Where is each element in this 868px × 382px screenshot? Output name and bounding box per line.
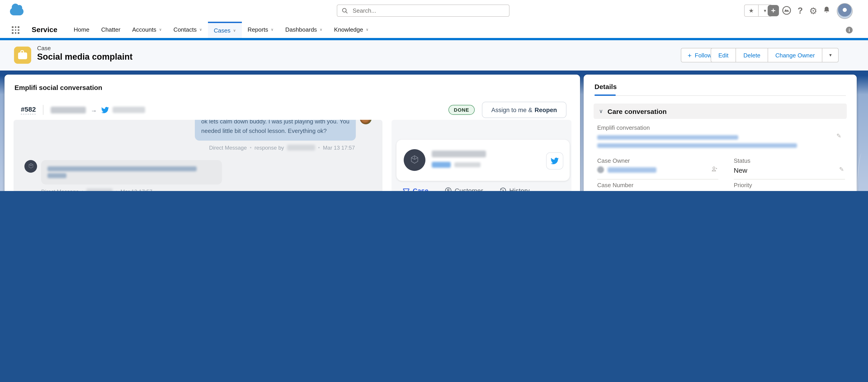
edit-button[interactable]: Edit <box>711 49 736 62</box>
redacted-customer-name <box>432 151 486 157</box>
person-icon <box>445 187 452 191</box>
redacted-customer-name <box>51 106 86 113</box>
history-clock-icon <box>499 187 506 191</box>
edit-pencil-icon[interactable]: ✎ <box>839 190 844 191</box>
page-title: Social media complaint <box>37 52 132 62</box>
star-icon[interactable]: ★ <box>745 5 758 16</box>
nav-tab-reports[interactable]: Reports∨ <box>242 22 279 38</box>
redacted-account-handle <box>113 107 145 113</box>
agent-avatar <box>360 120 372 124</box>
conversation-body: ok lets calm down buddy. I was just play… <box>13 120 571 191</box>
global-actions-button[interactable]: + <box>768 5 779 16</box>
redacted-customer-name <box>87 189 113 191</box>
field-status: Status New ✎ <box>734 155 845 180</box>
divider <box>43 105 43 115</box>
field-case-number: Case Number 00001151 <box>597 180 718 191</box>
app-navigation-bar: Service Home Chatter Accounts∨ Contacts∨… <box>0 22 868 38</box>
panel-title: Emplifi social conversation <box>14 84 102 91</box>
redacted-text <box>48 166 197 171</box>
change-owner-button[interactable]: Change Owner <box>768 49 822 62</box>
details-panel: Details ∨ Care conversation Emplifi conv… <box>584 74 857 191</box>
nav-tab-chatter[interactable]: Chatter <box>95 22 126 38</box>
message-bubble-redacted <box>41 160 222 184</box>
help-icon[interactable]: ? <box>794 5 806 16</box>
owner-avatar <box>597 166 604 173</box>
chevron-down-icon: ∨ <box>320 22 322 38</box>
conversation-side-panel: Case Customer History ASSIGNEE Unassign … <box>392 120 571 191</box>
details-field-grid: Case Owner Status New ✎ Case Number 0000… <box>597 155 845 191</box>
tab-history[interactable]: History <box>499 185 530 191</box>
record-header: Case Social media complaint + Follow Edi… <box>0 40 868 70</box>
message-meta: Direct Message Mar 13 17:57 <box>24 188 372 191</box>
twitter-icon <box>551 157 559 165</box>
edit-pencil-icon[interactable]: ✎ <box>839 166 844 173</box>
chevron-down-icon: ∨ <box>366 22 369 38</box>
message-bubble: ok lets calm down buddy. I was just play… <box>195 120 356 140</box>
section-care-conversation[interactable]: ∨ Care conversation <box>594 103 847 119</box>
side-panel-tabs: Case Customer History <box>403 185 566 191</box>
arrow-right-icon: → <box>91 106 97 114</box>
salesforce-logo <box>10 8 24 15</box>
field-emplifi-conversation: Emplifi conversation ✎ <box>597 124 845 154</box>
entity-label: Case <box>37 45 51 52</box>
ticket-icon <box>403 187 410 191</box>
setup-gear-icon[interactable]: ⚙ <box>807 5 819 16</box>
redacted-owner-name <box>608 167 656 172</box>
emplifi-conversation-panel: Emplifi social conversation #582 → DONE … <box>4 74 580 191</box>
brand-divider-bar <box>0 38 868 40</box>
search-input[interactable] <box>352 7 504 14</box>
redacted-text <box>48 173 66 178</box>
redacted-link <box>597 143 797 148</box>
global-header: ★ ▼ + ? ⚙ <box>0 0 868 22</box>
change-owner-icon[interactable] <box>711 166 717 174</box>
notifications-bell-icon[interactable] <box>820 5 832 16</box>
twitter-profile-button[interactable] <box>546 152 563 169</box>
app-name: Service <box>32 22 57 38</box>
tab-case[interactable]: Case <box>403 185 428 191</box>
nav-tab-home[interactable]: Home <box>68 22 95 38</box>
case-entity-icon <box>14 46 31 64</box>
redacted-badge <box>432 162 451 168</box>
tab-customer[interactable]: Customer <box>445 185 483 191</box>
chevron-down-icon: ∨ <box>233 23 236 38</box>
field-case-owner: Case Owner <box>597 155 718 180</box>
customer-profile-card <box>397 140 569 181</box>
background-wave-decoration <box>856 153 867 191</box>
customer-avatar <box>24 160 37 172</box>
chevron-down-icon: ∨ <box>599 108 603 115</box>
plus-icon: + <box>771 6 776 15</box>
assign-and-reopen-button[interactable]: Assign to me & Reopen <box>482 102 566 118</box>
message-inbound <box>24 160 372 184</box>
app-launcher-icon[interactable] <box>12 26 20 34</box>
more-actions-caret-icon[interactable]: ▼ <box>822 49 838 62</box>
nav-tab-dashboards[interactable]: Dashboards∨ <box>279 22 328 38</box>
delete-button[interactable]: Delete <box>736 49 768 62</box>
trailhead-icon[interactable] <box>781 5 793 16</box>
record-actions-group: Edit Delete Change Owner ▼ <box>711 48 839 62</box>
nav-tab-cases[interactable]: Cases∨ <box>208 22 242 38</box>
status-badge: DONE <box>448 105 475 115</box>
salesforce-case-page: ★ ▼ + ? ⚙ Service Home Chatter Accounts∨… <box>0 0 868 191</box>
global-search[interactable] <box>337 4 509 17</box>
redacted-handle <box>454 162 480 167</box>
nav-tab-contacts[interactable]: Contacts∨ <box>167 22 208 38</box>
edit-pencil-icon[interactable]: ✎ <box>836 132 841 139</box>
nav-tabs: Home Chatter Accounts∨ Contacts∨ Cases∨ … <box>68 22 374 38</box>
nav-tab-knowledge[interactable]: Knowledge∨ <box>328 22 374 38</box>
nav-tab-accounts[interactable]: Accounts∨ <box>126 22 168 38</box>
chevron-down-icon: ∨ <box>159 22 162 38</box>
redacted-agent-name <box>287 145 315 151</box>
plus-icon: + <box>688 51 692 59</box>
customer-avatar <box>404 149 426 171</box>
chevron-down-icon: ∨ <box>199 22 202 38</box>
redacted-link <box>597 135 738 140</box>
info-icon[interactable]: i <box>846 27 852 33</box>
conversation-topbar: #582 → DONE Assign to me & Reopen <box>21 101 566 119</box>
message-list[interactable]: ok lets calm down buddy. I was just play… <box>13 120 382 191</box>
field-priority: Priority Medium ✎ <box>734 180 845 191</box>
message-meta: Direct Message response by Mar 13 17:57 <box>24 145 372 151</box>
user-avatar[interactable] <box>837 3 852 19</box>
twitter-icon <box>101 106 109 114</box>
details-tab[interactable]: Details <box>594 83 617 90</box>
conversation-id-link[interactable]: #582 <box>21 105 36 115</box>
